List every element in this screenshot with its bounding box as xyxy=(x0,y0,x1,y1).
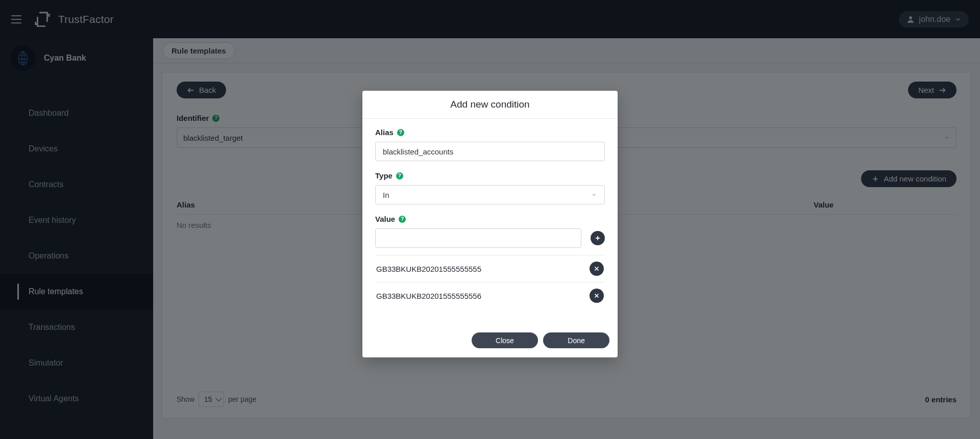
value-text: GB33BKUKB20201555555556 xyxy=(376,292,481,300)
add-value-button[interactable] xyxy=(591,231,605,245)
help-icon[interactable]: ? xyxy=(399,216,406,223)
help-icon[interactable]: ? xyxy=(397,129,404,136)
value-text: GB33BKUKB20201555555555 xyxy=(376,265,481,273)
value-label: Value ? xyxy=(375,215,605,223)
plus-icon xyxy=(594,235,601,242)
chevron-down-icon xyxy=(591,192,597,198)
alias-input[interactable] xyxy=(375,142,605,161)
remove-value-button[interactable] xyxy=(590,289,604,303)
modal-title: Add new condition xyxy=(362,91,618,119)
type-select[interactable]: In xyxy=(375,185,605,204)
done-button[interactable]: Done xyxy=(543,332,609,348)
type-label: Type ? xyxy=(375,171,605,180)
remove-value-button[interactable] xyxy=(590,262,604,276)
alias-label: Alias ? xyxy=(375,128,605,137)
value-item: GB33BKUKB20201555555555 xyxy=(375,255,605,282)
value-list: GB33BKUKB20201555555555GB33BKUKB20201555… xyxy=(375,255,605,309)
close-icon xyxy=(593,292,600,299)
value-item: GB33BKUKB20201555555556 xyxy=(375,282,605,309)
close-icon xyxy=(593,265,600,272)
add-condition-modal: Add new condition Alias ? Type ? In xyxy=(362,91,618,357)
value-input[interactable] xyxy=(375,228,581,248)
close-button[interactable]: Close xyxy=(472,332,538,348)
help-icon[interactable]: ? xyxy=(396,172,403,179)
